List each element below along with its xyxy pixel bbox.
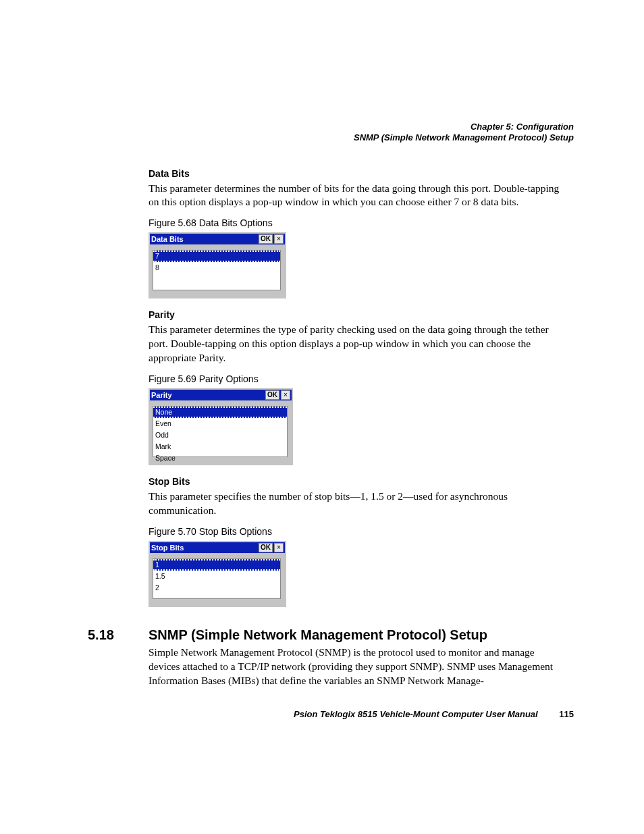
section-paragraph: Simple Network Management Protocol (SNMP… xyxy=(149,646,567,688)
footer-page-number: 115 xyxy=(559,709,574,719)
databits-listbox[interactable]: 7 8 xyxy=(153,250,281,290)
ok-button[interactable]: OK xyxy=(259,543,273,552)
header-section: SNMP (Simple Network Management Protocol… xyxy=(88,132,574,143)
stopbits-dialog-body: 1 1.5 2 xyxy=(150,553,285,606)
list-item[interactable]: 1.5 xyxy=(153,571,280,582)
databits-dialog-title: Data Bits xyxy=(151,235,257,243)
footer-text: Psion Teklogix 8515 Vehicle-Mount Comput… xyxy=(294,709,538,719)
databits-dialog: Data Bits OK × 7 8 xyxy=(149,232,286,298)
stopbits-dialog-title: Stop Bits xyxy=(151,544,257,552)
section-heading-row: 5.18 SNMP (Simple Network Management Pro… xyxy=(88,627,574,643)
stopbits-dialog-titlebar: Stop Bits OK × xyxy=(150,542,285,553)
header-chapter: Chapter 5: Configuration xyxy=(88,122,574,132)
list-item[interactable]: 7 xyxy=(153,251,280,262)
parity-dialog-body: None Even Odd Mark Space xyxy=(150,400,292,464)
databits-dialog-titlebar: Data Bits OK × xyxy=(150,234,285,244)
stopbits-paragraph: This parameter specifies the number of s… xyxy=(149,490,567,518)
ok-button[interactable]: OK xyxy=(265,390,279,400)
list-item[interactable]: Even xyxy=(153,418,287,429)
list-item[interactable]: 1 xyxy=(153,559,280,571)
stopbits-heading: Stop Bits xyxy=(149,476,567,487)
page-footer: Psion Teklogix 8515 Vehicle-Mount Comput… xyxy=(88,709,574,719)
list-item[interactable]: Mark xyxy=(153,441,287,452)
page-header: Chapter 5: Configuration SNMP (Simple Ne… xyxy=(88,122,574,144)
list-item[interactable]: 8 xyxy=(153,262,280,273)
parity-dialog-title: Parity xyxy=(151,391,264,399)
ok-button[interactable]: OK xyxy=(259,234,273,244)
close-button[interactable]: × xyxy=(274,234,284,244)
list-item[interactable]: Odd xyxy=(153,429,287,441)
databits-paragraph: This parameter determines the number of … xyxy=(149,182,567,210)
stopbits-figure-caption: Figure 5.70 Stop Bits Options xyxy=(149,526,567,537)
parity-listbox[interactable]: None Even Odd Mark Space xyxy=(153,406,288,457)
section-number: 5.18 xyxy=(88,627,149,643)
section-title: SNMP (Simple Network Management Protocol… xyxy=(149,627,487,643)
close-button[interactable]: × xyxy=(281,390,290,400)
parity-dialog: Parity OK × None Even Odd Mark Space xyxy=(149,388,293,465)
databits-dialog-body: 7 8 xyxy=(150,244,285,297)
databits-figure-caption: Figure 5.68 Data Bits Options xyxy=(149,217,567,228)
parity-paragraph: This parameter determines the type of pa… xyxy=(149,323,567,365)
list-item[interactable]: 2 xyxy=(153,582,280,594)
list-item[interactable]: Space xyxy=(153,452,287,464)
close-button[interactable]: × xyxy=(274,543,284,552)
parity-figure-caption: Figure 5.69 Parity Options xyxy=(149,373,567,384)
stopbits-listbox[interactable]: 1 1.5 2 xyxy=(153,558,281,599)
stopbits-dialog: Stop Bits OK × 1 1.5 2 xyxy=(149,541,286,607)
parity-heading: Parity xyxy=(149,309,567,320)
list-item[interactable]: None xyxy=(153,407,287,418)
parity-dialog-titlebar: Parity OK × xyxy=(150,390,292,400)
databits-heading: Data Bits xyxy=(149,168,567,179)
